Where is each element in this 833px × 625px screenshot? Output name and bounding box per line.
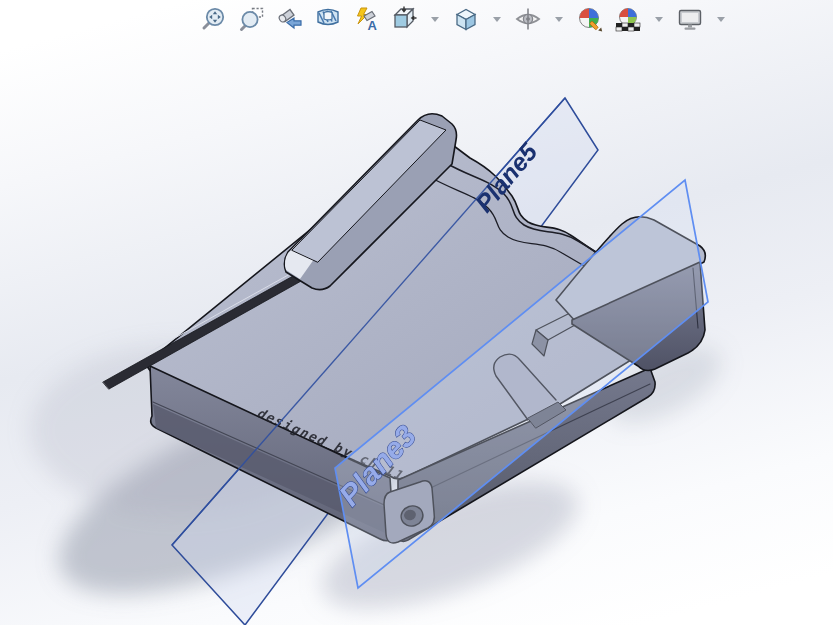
view-settings-icon (677, 6, 703, 32)
chevron-down-icon (493, 17, 501, 22)
apply-scene-icon (615, 6, 641, 32)
view-settings-button[interactable] (676, 3, 704, 35)
chevron-down-icon (555, 17, 563, 22)
checker-floor (616, 23, 640, 31)
annotation-views-button[interactable]: A (352, 3, 380, 35)
view-orientation-flyout-arrow[interactable] (428, 3, 442, 35)
section-view-icon (315, 6, 341, 32)
graphics-area[interactable]: designed by ch 11 Plane5 Plane3 (0, 0, 833, 625)
zoom-to-area-button[interactable] (238, 3, 266, 35)
previous-view-button[interactable] (276, 3, 304, 35)
previous-view-icon (277, 6, 303, 32)
chevron-down-icon (655, 17, 663, 22)
display-style-button[interactable] (452, 3, 480, 35)
model-scene: designed by ch 11 Plane5 Plane3 (0, 0, 833, 625)
apply-scene-button[interactable] (614, 3, 642, 35)
chevron-down-icon (431, 17, 439, 22)
apply-scene-flyout-arrow[interactable] (652, 3, 666, 35)
edit-appearance-icon (577, 6, 603, 32)
view-orientation-icon (391, 6, 417, 32)
display-style-flyout-arrow[interactable] (490, 3, 504, 35)
zoom-to-fit-icon (201, 6, 227, 32)
view-orientation-button[interactable] (390, 3, 418, 35)
section-view-button[interactable] (314, 3, 342, 35)
zoom-to-area-icon (239, 6, 265, 32)
zoom-to-fit-button[interactable] (200, 3, 228, 35)
display-style-icon (453, 6, 479, 32)
hide-show-items-button[interactable] (514, 3, 542, 35)
chevron-down-icon (717, 17, 725, 22)
hide-show-items-flyout-arrow[interactable] (552, 3, 566, 35)
annotation-views-icon: A (353, 6, 379, 32)
hide-show-items-icon (515, 6, 541, 32)
view-settings-flyout-arrow[interactable] (714, 3, 728, 35)
heads-up-view-toolbar: A (200, 2, 728, 36)
edit-appearance-button[interactable] (576, 3, 604, 35)
svg-text:A: A (368, 18, 378, 32)
